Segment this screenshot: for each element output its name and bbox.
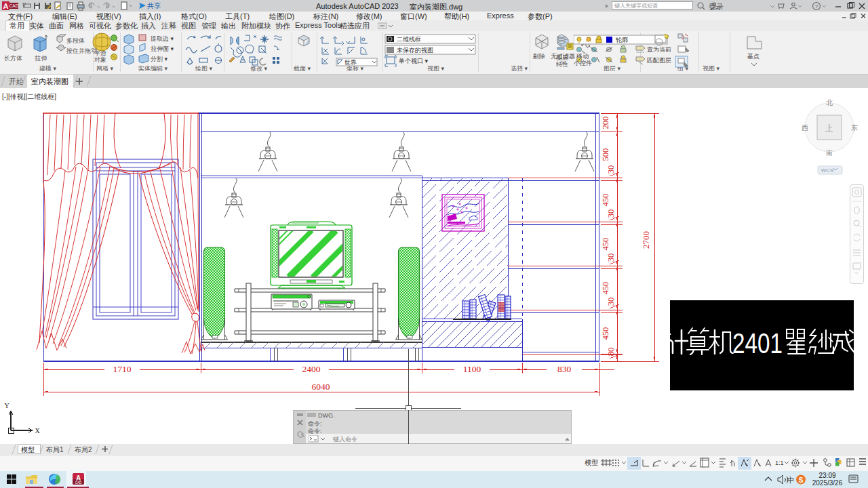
svg-text:830: 830: [557, 364, 572, 374]
svg-text:30: 30: [606, 165, 616, 174]
svg-text:2700: 2700: [641, 231, 651, 249]
svg-text:450: 450: [601, 194, 610, 207]
svg-text:1100: 1100: [463, 364, 481, 374]
svg-text:450: 450: [601, 282, 610, 295]
svg-text:450: 450: [601, 327, 610, 340]
svg-text:500: 500: [601, 148, 610, 161]
svg-text:30: 30: [606, 298, 616, 306]
svg-text:80: 80: [606, 348, 616, 357]
svg-text:200: 200: [601, 117, 610, 129]
svg-text:450: 450: [601, 238, 610, 251]
svg-text:30: 30: [606, 209, 616, 218]
svg-text:30: 30: [606, 253, 616, 262]
svg-text:2400: 2400: [302, 364, 321, 374]
svg-text:6040: 6040: [312, 382, 330, 392]
svg-text:X: X: [35, 427, 40, 434]
svg-text:Y: Y: [4, 402, 9, 409]
svg-text:1710: 1710: [113, 364, 132, 374]
